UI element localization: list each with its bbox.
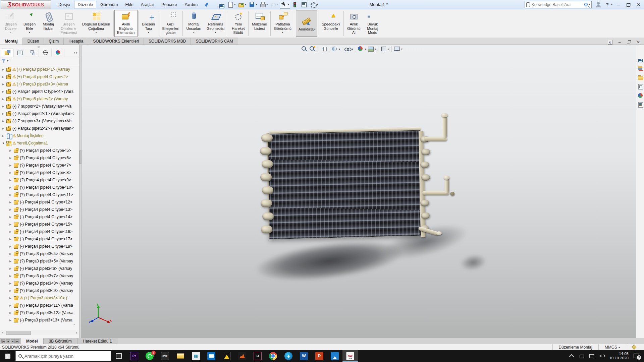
expand-arrow-icon[interactable] [9, 230, 13, 233]
heads-up-tool[interactable]: ▾ [393, 46, 403, 52]
heads-up-tool[interactable] [300, 46, 308, 52]
status-units-selector[interactable]: MMGS▴ [598, 344, 626, 350]
tree-item[interactable]: ⚠ YerelLÇoğaltma1 [0, 139, 79, 147]
volume-icon[interactable] [599, 353, 604, 359]
expand-arrow-icon[interactable] [9, 157, 13, 160]
action-center-icon[interactable]: 3 [633, 353, 640, 359]
dropdown-caret-icon[interactable]: ▾ [375, 48, 376, 51]
ribbon-button[interactable]: Bileşen Önizleme Penceresi [58, 10, 79, 37]
edit-appearance[interactable] [357, 46, 364, 52]
expand-arrow-icon[interactable] [2, 98, 6, 101]
dropdown-caret-icon[interactable]: ▾ [256, 3, 257, 6]
resources[interactable] [637, 56, 643, 62]
menu-item[interactable]: Düzenle [74, 1, 96, 8]
dropdown-caret-icon[interactable]: ▾ [29, 31, 30, 34]
expand-arrow-icon[interactable] [9, 245, 13, 248]
menu-item[interactable]: Yardım [181, 1, 201, 8]
taskbar-app-button[interactable] [204, 350, 219, 362]
taskbar-app-button[interactable]: e [281, 350, 296, 362]
menu-item[interactable]: Görünüm [97, 1, 121, 8]
custom-properties[interactable] [637, 102, 643, 108]
ribbon-button[interactable]: Anında3B [296, 10, 317, 37]
tree-item[interactable]: (?) Parça3 pipet3<9> (Varsay [0, 287, 79, 294]
hide-show-items[interactable] [344, 46, 351, 52]
next-tab-icon[interactable]: ▶ [11, 339, 15, 343]
tree-item[interactable]: (-) Parça4 pipet4 C type<4> (Vars [0, 88, 79, 95]
tree-item[interactable]: ⚠ (+) Parça3 pipet3<1> (Varsay [0, 66, 79, 73]
ribbon-button[interactable]: Patlatma Görünümü ▾ [271, 10, 294, 37]
expand-arrow-icon[interactable] [9, 223, 13, 226]
expand-arrow-icon[interactable] [2, 90, 6, 93]
scroll-left-icon[interactable]: ‹ [0, 331, 5, 335]
restore-button[interactable] [627, 3, 631, 7]
taskbar-search-input[interactable] [24, 354, 108, 359]
ribbon-button[interactable]: Bileşen Ekle ▾ [20, 10, 39, 37]
dropdown-caret-icon[interactable]: ▾ [266, 3, 268, 6]
tree-item[interactable]: (-) Parça4 pipet4 C type<15> [0, 221, 79, 228]
panel-grip-handle[interactable] [38, 46, 40, 48]
ribbon-button[interactable]: Yeni Hareket Etüdü [229, 10, 248, 37]
last-tab-icon[interactable]: ▶| [15, 339, 19, 343]
heads-up-tool[interactable]: ▾ [343, 46, 354, 52]
dropdown-caret-icon[interactable]: ▾ [317, 3, 318, 6]
expand-arrow-icon[interactable] [9, 282, 13, 285]
heads-up-tool[interactable]: ▾ [330, 46, 340, 52]
tree-item[interactable]: (-) Parça4 pipet4 C type<13> [0, 206, 79, 213]
help-caret-icon[interactable]: ▾ [611, 3, 612, 6]
minimize-button[interactable]: – [616, 2, 621, 7]
tree-item[interactable]: (-) Parça3 pipet3<6> (Varsay [0, 265, 79, 272]
tree-item[interactable]: (?) Parça4 pipet4 C type<10> [0, 184, 79, 191]
tree-item[interactable]: (?) Parça3 pipet3<11> (Varsa [0, 302, 79, 309]
tree-item[interactable]: (?) Parça3 pipet3<7> (Varsay [0, 272, 79, 280]
dropdown-caret-icon[interactable]: ▾ [193, 31, 195, 34]
command-tab[interactable]: SOLIDWORKS CAM [191, 38, 238, 45]
ribbon-button[interactable]: Malzeme Listesi [249, 10, 270, 37]
tree-item[interactable]: (?) Parça3 pipet3<4> (Varsay [0, 250, 79, 257]
ribbon-button[interactable]: Büyük Montaj Modu [363, 10, 382, 37]
apply-scene[interactable] [367, 46, 374, 52]
panel-tab[interactable] [52, 49, 64, 57]
tree-item[interactable]: ⚠ (+) Parça3 pipet3<3> (Varsa [0, 80, 79, 88]
ribbon-button[interactable]: Referans Geometrisi ▾ [204, 10, 227, 37]
dropdown-caret-icon[interactable]: ▾ [10, 31, 11, 34]
command-tab[interactable]: Düzen [23, 38, 44, 45]
knowledge-base-search[interactable]: ▾ [525, 1, 592, 8]
expand-arrow-icon[interactable] [9, 171, 13, 174]
prev-tab-icon[interactable]: ◀ [6, 339, 10, 343]
tree-item[interactable]: (?) Parça4 pipet4 C type<11> [0, 191, 79, 198]
expand-arrow-icon[interactable] [9, 164, 13, 167]
expand-arrow-icon[interactable] [9, 260, 13, 263]
tree-item[interactable]: ⚠ (+) Parça3 pipet3<10> ( [0, 294, 79, 302]
scrollbar-thumb[interactable] [6, 331, 31, 335]
heads-up-tool[interactable] [319, 46, 327, 52]
scroll-right-icon[interactable]: › [74, 331, 79, 335]
file-explorer[interactable] [637, 74, 643, 80]
heads-up-tool[interactable]: ▾ [380, 46, 390, 52]
tree-item[interactable]: (-) Parça4 pipet4 C type<17> [0, 235, 79, 243]
expand-arrow-icon[interactable] [2, 105, 6, 108]
dropdown-caret-icon[interactable]: ▾ [388, 48, 389, 51]
expand-arrow-icon[interactable] [2, 75, 6, 78]
expand-arrow-icon[interactable] [9, 297, 13, 300]
close-button[interactable]: ✕ [636, 2, 641, 7]
restore[interactable] [627, 40, 631, 45]
taskbar-app-button[interactable]: IJ [250, 350, 265, 362]
tree-item[interactable]: (-) Parça3 pipet3<13> (Varsa [0, 316, 79, 324]
quick-tool-button[interactable]: ▾ [269, 1, 279, 9]
document-tab[interactable]: Hareket Etüdü 1 [77, 338, 118, 344]
zoom-fit[interactable] [301, 46, 308, 52]
tree-item[interactable]: (-) Parça4 pipet4 C type<16> [0, 228, 79, 235]
heads-up-tool[interactable] [308, 46, 316, 52]
quick-tool-button[interactable] [300, 1, 308, 9]
tree-horizontal-scrollbar[interactable]: ‹ › [0, 330, 79, 335]
menu-item[interactable]: Pencere [158, 1, 180, 8]
panel-tab[interactable] [26, 49, 39, 57]
command-tab[interactable]: Hesapla [64, 38, 88, 45]
taskbar-app-button[interactable] [219, 350, 234, 362]
quick-tool-button[interactable] [290, 1, 299, 9]
expand-arrow-icon[interactable] [9, 208, 13, 211]
taskbar-app-button[interactable]: W [296, 350, 312, 362]
panel-tab[interactable] [13, 49, 26, 57]
quick-tool-button[interactable]: ▾ [309, 1, 319, 9]
graphics-viewport[interactable]: ▾ ▾ ▾ [82, 45, 636, 338]
